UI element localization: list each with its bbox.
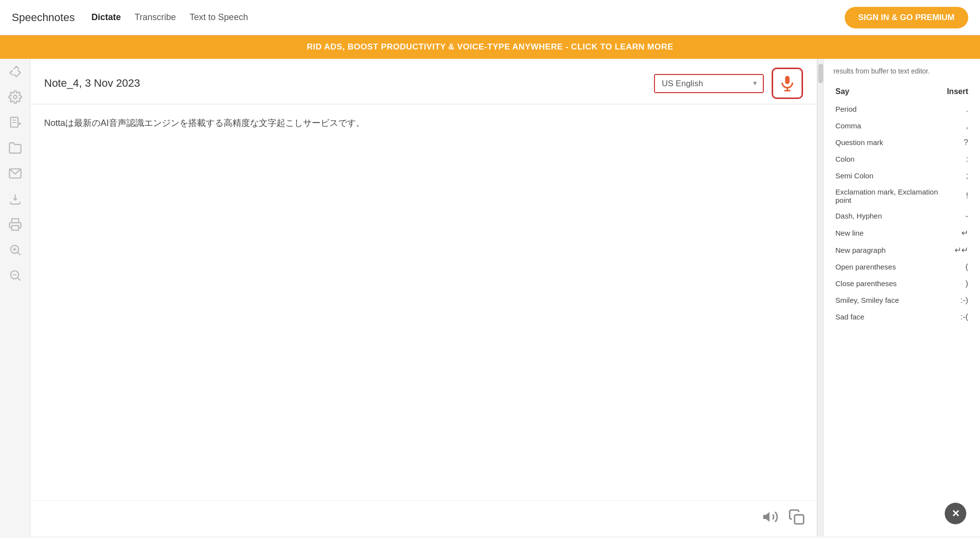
note-title: Note_4, 3 Nov 2023: [44, 77, 140, 90]
promo-banner[interactable]: RID ADS, BOOST PRODUCTIVITY & VOICE-TYPE…: [0, 35, 980, 59]
insert-cell: :-): [945, 292, 970, 309]
sound-icon[interactable]: [762, 509, 779, 528]
say-cell: Period: [833, 101, 945, 118]
note-body[interactable]: Nottaは最新のAI音声認識エンジンを搭載する高精度な文字起こしサービスです。: [30, 104, 817, 500]
move-icon[interactable]: [8, 65, 22, 78]
logo-text: Speechnotes: [12, 11, 75, 24]
table-row: Exclamation mark, Exclamation point!: [833, 184, 970, 208]
language-select[interactable]: US English: [655, 75, 763, 92]
header: Speechnotes Dictate Transcribe Text to S…: [0, 0, 980, 35]
mic-button[interactable]: [772, 68, 803, 99]
insert-cell: ↵: [945, 224, 970, 242]
svg-line-10: [18, 252, 20, 255]
insert-cell: :-(: [945, 309, 970, 325]
sidebar: [0, 59, 30, 536]
insert-cell: !: [945, 184, 970, 208]
insert-cell: .: [945, 101, 970, 118]
add-note-icon[interactable]: [8, 116, 22, 129]
table-row: Sad face:-(: [833, 309, 970, 325]
svg-point-0: [13, 96, 17, 99]
settings-icon[interactable]: [8, 90, 22, 104]
print-icon[interactable]: [8, 218, 22, 231]
insert-cell: ;: [945, 168, 970, 184]
svg-marker-19: [763, 512, 770, 522]
table-row: Period.: [833, 101, 970, 118]
say-cell: Semi Colon: [833, 168, 945, 184]
table-row: Close parentheses): [833, 275, 970, 292]
export-icon[interactable]: [8, 192, 22, 206]
note-controls: US English: [654, 68, 803, 99]
svg-rect-8: [12, 225, 19, 230]
panel-intro: results from buffer to text editor.: [833, 67, 970, 76]
svg-rect-20: [795, 515, 804, 524]
right-panel: results from buffer to text editor. Say …: [823, 59, 980, 536]
content-area: Note_4, 3 Nov 2023 US English No: [30, 59, 817, 536]
note-header: Note_4, 3 Nov 2023 US English: [30, 59, 817, 104]
say-cell: Comma: [833, 118, 945, 134]
scrollbar-track[interactable]: [817, 59, 823, 536]
close-button[interactable]: ✕: [945, 503, 966, 524]
col-say: Say: [833, 84, 945, 101]
insert-cell: ?: [945, 134, 970, 151]
nav-dictate[interactable]: Dictate: [86, 9, 126, 25]
table-row: New paragraph↵↵: [833, 242, 970, 259]
insert-cell: :: [945, 151, 970, 168]
table-row: Dash, Hyphen-: [833, 208, 970, 224]
table-row: Semi Colon;: [833, 168, 970, 184]
email-icon[interactable]: [8, 167, 22, 180]
note-footer: [30, 500, 817, 536]
insert-cell: (: [945, 259, 970, 275]
say-cell: Open parentheses: [833, 259, 945, 275]
col-insert: Insert: [945, 84, 970, 101]
folder-icon[interactable]: [8, 141, 22, 155]
sign-in-button[interactable]: SIGN IN & GO PREMIUM: [845, 7, 968, 28]
logo: Speechnotes: [12, 11, 75, 24]
insert-cell: ↵↵: [945, 242, 970, 259]
nav-tts[interactable]: Text to Speech: [185, 9, 253, 25]
insert-cell: -: [945, 208, 970, 224]
say-cell: Colon: [833, 151, 945, 168]
say-cell: Exclamation mark, Exclamation point: [833, 184, 945, 208]
zoom-out-icon[interactable]: [8, 269, 22, 282]
say-cell: New line: [833, 224, 945, 242]
insert-cell: ): [945, 275, 970, 292]
main-container: Note_4, 3 Nov 2023 US English No: [0, 59, 980, 536]
svg-rect-16: [785, 76, 790, 84]
nav: Dictate Transcribe Text to Speech: [86, 9, 844, 25]
say-cell: New paragraph: [833, 242, 945, 259]
table-row: Open parentheses(: [833, 259, 970, 275]
table-row: Smiley, Smiley face:-): [833, 292, 970, 309]
say-cell: Dash, Hyphen: [833, 208, 945, 224]
say-cell: Smiley, Smiley face: [833, 292, 945, 309]
nav-transcribe[interactable]: Transcribe: [129, 9, 180, 25]
language-select-wrapper[interactable]: US English: [654, 74, 764, 93]
zoom-in-icon[interactable]: [8, 243, 22, 257]
table-row: Colon:: [833, 151, 970, 168]
shortcuts-table: Say Insert Period.Comma,Question mark?Co…: [833, 84, 970, 325]
say-cell: Sad face: [833, 309, 945, 325]
table-row: New line↵: [833, 224, 970, 242]
table-row: Question mark?: [833, 134, 970, 151]
copy-icon[interactable]: [788, 509, 805, 528]
insert-cell: ,: [945, 118, 970, 134]
say-cell: Close parentheses: [833, 275, 945, 292]
svg-line-14: [18, 278, 20, 280]
say-cell: Question mark: [833, 134, 945, 151]
table-row: Comma,: [833, 118, 970, 134]
scrollbar-thumb[interactable]: [818, 64, 823, 83]
